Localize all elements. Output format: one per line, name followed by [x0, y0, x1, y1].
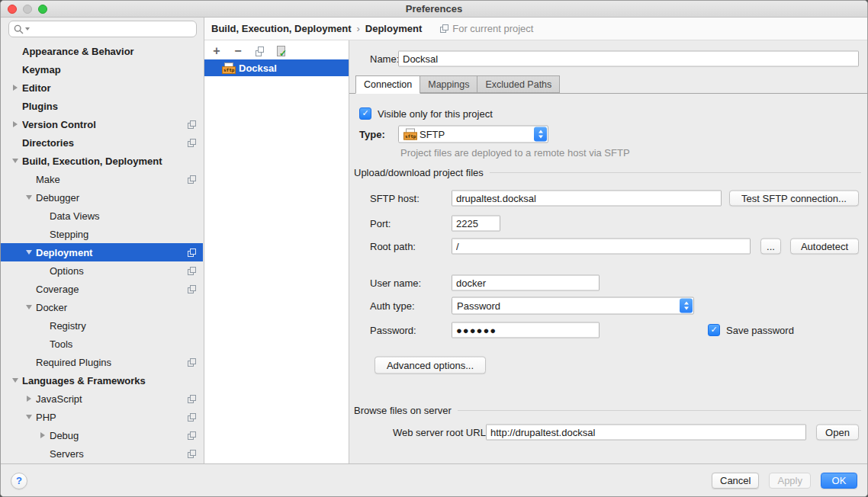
duplicate-icon	[256, 46, 264, 56]
password-input[interactable]	[452, 322, 600, 338]
use-as-default-icon	[275, 46, 286, 56]
scope-indicator: For current project	[440, 23, 533, 34]
chevron-down-icon[interactable]	[8, 159, 22, 163]
sidebar-item-build-execution-deployment[interactable]: Build, Execution, Deployment	[1, 152, 203, 170]
password-row: Password: Save password	[349, 321, 868, 338]
sftp-file-icon	[222, 63, 234, 74]
sidebar-item-label: Tools	[50, 338, 196, 350]
tab-connection[interactable]: Connection	[355, 75, 420, 94]
sidebar-item-label: Required Plugins	[36, 357, 188, 368]
sidebar-item-make[interactable]: Make	[1, 170, 203, 188]
sidebar-item-stepping[interactable]: Stepping	[1, 225, 203, 243]
search-options-caret-icon[interactable]	[25, 27, 30, 30]
visible-project-checkbox[interactable]	[359, 107, 371, 120]
type-select[interactable]: SFTP	[398, 125, 548, 143]
search-input[interactable]	[31, 24, 191, 35]
cancel-button[interactable]: Cancel	[712, 473, 759, 489]
sidebar-item-coverage[interactable]: Coverage	[1, 280, 203, 298]
open-url-button[interactable]: Open	[816, 424, 859, 440]
sidebar-item-data-views[interactable]: Data Views	[1, 207, 203, 225]
project-settings-icon	[188, 248, 196, 257]
server-item-label: Docksal	[239, 63, 277, 74]
project-settings-icon	[188, 175, 196, 184]
sidebar-item-label: Appearance & Behavior	[22, 46, 196, 57]
user-name-input[interactable]	[452, 274, 600, 290]
sidebar-item-registry[interactable]: Registry	[1, 316, 203, 335]
breadcrumb-section[interactable]: Build, Execution, Deployment	[211, 23, 351, 34]
browse-root-path-button[interactable]: ...	[760, 238, 781, 254]
sidebar-item-tools[interactable]: Tools	[1, 335, 203, 353]
window-title: Preferences	[1, 1, 867, 18]
name-input[interactable]	[398, 50, 859, 66]
chevron-right-icon[interactable]	[36, 432, 50, 438]
root-path-label: Root path:	[370, 240, 416, 252]
sftp-host-input[interactable]	[452, 190, 722, 206]
tab-excluded-paths[interactable]: Excluded Paths	[477, 75, 560, 93]
sidebar-item-servers[interactable]: Servers	[1, 444, 203, 463]
project-settings-icon	[188, 413, 196, 422]
apply-button[interactable]: Apply	[769, 473, 811, 489]
add-server-button[interactable]: +	[207, 43, 226, 59]
sidebar-item-debugger[interactable]: Debugger	[1, 188, 203, 207]
sidebar-item-required-plugins[interactable]: Required Plugins	[1, 353, 203, 371]
sidebar-item-deployment[interactable]: Deployment	[1, 243, 203, 261]
port-input[interactable]	[452, 215, 500, 231]
type-label: Type:	[359, 128, 385, 139]
stepper-icon[interactable]	[680, 298, 693, 313]
help-button[interactable]: ?	[11, 473, 27, 489]
test-sftp-connection-button[interactable]: Test SFTP connection...	[729, 190, 859, 206]
sidebar-item-javascript[interactable]: JavaScript	[1, 390, 203, 408]
sidebar-item-version-control[interactable]: Version Control	[1, 115, 203, 133]
sftp-host-label: SFTP host:	[370, 192, 420, 204]
sidebar-item-debug[interactable]: Debug	[1, 426, 203, 444]
save-password-checkbox[interactable]	[708, 324, 720, 336]
sidebar-item-languages-frameworks[interactable]: Languages & Frameworks	[1, 371, 203, 390]
chevron-down-icon[interactable]	[22, 195, 36, 200]
chevron-down-icon[interactable]	[8, 378, 22, 383]
sidebar-item-label: JavaScript	[36, 393, 188, 405]
sidebar-item-keymap[interactable]: Keymap	[1, 60, 203, 79]
sidebar-item-label: Servers	[50, 448, 188, 460]
duplicate-server-button[interactable]	[250, 43, 268, 59]
project-settings-icon	[188, 139, 196, 147]
autodetect-button[interactable]: Autodetect	[790, 238, 859, 254]
tab-mappings[interactable]: Mappings	[420, 75, 477, 93]
ok-button[interactable]: OK	[821, 473, 857, 489]
chevron-right-icon[interactable]	[8, 85, 22, 91]
chevron-right-icon[interactable]	[22, 396, 36, 402]
preferences-window: Preferences Appearance & BehaviorKeymapE…	[0, 0, 868, 497]
chevron-down-icon[interactable]	[22, 250, 36, 255]
sidebar-item-options[interactable]: Options	[1, 261, 203, 280]
scope-label: For current project	[452, 23, 533, 34]
sidebar-item-label: Docker	[36, 302, 196, 313]
use-as-default-button[interactable]	[272, 43, 290, 59]
sidebar-item-docker[interactable]: Docker	[1, 298, 203, 316]
sidebar-item-label: Coverage	[36, 284, 188, 295]
sidebar-item-label: Stepping	[50, 229, 196, 240]
upload-section-header: Upload/download project files	[354, 165, 861, 179]
sidebar-item-editor[interactable]: Editor	[1, 79, 203, 97]
advanced-options-button[interactable]: Advanced options...	[375, 356, 486, 374]
sidebar-item-plugins[interactable]: Plugins	[1, 97, 203, 115]
sidebar-item-php[interactable]: PHP	[1, 408, 203, 426]
chevron-down-icon[interactable]	[22, 305, 36, 309]
sidebar-item-directories[interactable]: Directories	[1, 133, 203, 152]
sidebar-item-label: Registry	[50, 320, 196, 332]
auth-type-select[interactable]: Password	[452, 297, 694, 314]
web-root-input[interactable]	[486, 424, 806, 440]
root-path-input[interactable]	[452, 238, 751, 254]
breadcrumb-page: Deployment	[365, 23, 422, 34]
sidebar-item-label: PHP	[36, 412, 188, 423]
tab-bar: ConnectionMappingsExcluded Paths	[355, 75, 560, 94]
sidebar-item-label: Debug	[50, 430, 188, 441]
server-list-toolbar: + −	[207, 43, 290, 59]
server-list-item-docksal[interactable]: Docksal	[204, 59, 349, 76]
stepper-icon[interactable]	[534, 127, 547, 141]
user-name-label: User name:	[370, 277, 421, 288]
chevron-right-icon[interactable]	[8, 121, 22, 127]
remove-server-button[interactable]: −	[229, 43, 247, 59]
section-divider	[490, 172, 861, 173]
settings-search-box[interactable]	[8, 21, 197, 37]
sidebar-item-appearance-behavior[interactable]: Appearance & Behavior	[1, 42, 203, 60]
chevron-down-icon[interactable]	[22, 415, 36, 419]
